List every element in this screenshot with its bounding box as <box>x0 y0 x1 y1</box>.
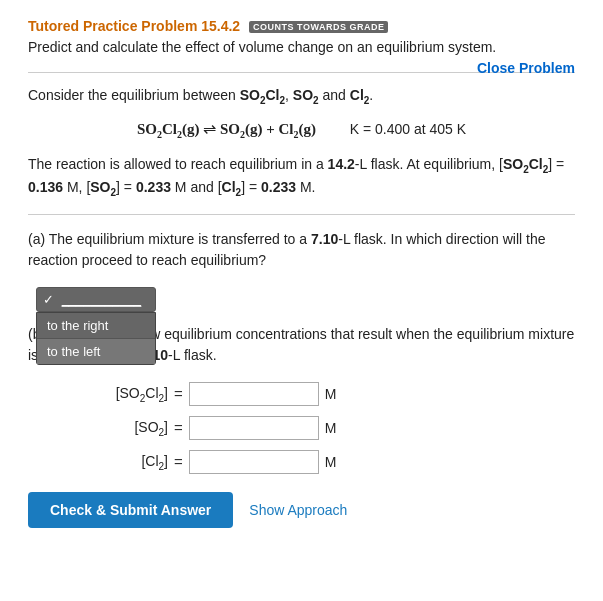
direction-dropdown-wrapper[interactable]: ✓ ___________ to the right to the left <box>36 287 156 312</box>
eq-sign-1: = <box>174 385 183 402</box>
consider-line: Consider the equilibrium between SO2Cl2,… <box>28 87 575 106</box>
title-text: Tutored Practice Problem 15.4.2 <box>28 18 240 34</box>
unit-so2cl2: M <box>325 386 337 402</box>
inputs-section: [SO2Cl2] = M [SO2] = M [Cl2] = M <box>88 382 575 474</box>
close-label: Close Problem <box>477 60 575 76</box>
dropdown-option-left[interactable]: to the left <box>37 339 155 364</box>
input-so2[interactable] <box>189 416 319 440</box>
dropdown-option-right[interactable]: to the right <box>37 313 155 339</box>
eq-sign-3: = <box>174 453 183 470</box>
label-cl2: [Cl2] <box>88 453 168 472</box>
problem-description: Predict and calculate the effect of volu… <box>28 38 575 58</box>
checkmark-icon: ✓ <box>43 292 54 307</box>
problem-equilibrium-text: The reaction is allowed to reach equilib… <box>28 154 575 200</box>
divider-2 <box>28 214 575 215</box>
counts-badge: COUNTS TOWARDS GRADE <box>249 21 388 33</box>
unit-so2: M <box>325 420 337 436</box>
check-label: Check & Submit Answer <box>50 502 211 518</box>
close-problem-link[interactable]: Close Problem <box>477 60 575 76</box>
unit-cl2: M <box>325 454 337 470</box>
main-container: Tutored Practice Problem 15.4.2 COUNTS T… <box>0 0 603 601</box>
problem-title: Tutored Practice Problem 15.4.2 COUNTS T… <box>28 18 575 34</box>
part-a-text: (a) The equilibrium mixture is transferr… <box>28 229 575 271</box>
direction-dropdown-menu: to the right to the left <box>36 312 156 365</box>
label-so2cl2: [SO2Cl2] <box>88 385 168 404</box>
show-approach-button[interactable]: Show Approach <box>249 502 347 518</box>
input-so2cl2[interactable] <box>189 382 319 406</box>
input-row-cl2: [Cl2] = M <box>88 450 575 474</box>
direction-dropdown[interactable]: ✓ ___________ <box>36 287 156 312</box>
input-cl2[interactable] <box>189 450 319 474</box>
equation-line: SO2Cl2(g) ⇌ SO2(g) + Cl2(g) K = 0.400 at… <box>28 119 575 140</box>
approach-label: Show Approach <box>249 502 347 518</box>
input-row-so2: [SO2] = M <box>88 416 575 440</box>
check-submit-button[interactable]: Check & Submit Answer <box>28 492 233 528</box>
input-row-so2cl2: [SO2Cl2] = M <box>88 382 575 406</box>
label-so2: [SO2] <box>88 419 168 438</box>
buttons-row: Check & Submit Answer Show Approach <box>28 492 575 528</box>
dropdown-underline-line: ___________ <box>62 292 142 307</box>
eq-sign-2: = <box>174 419 183 436</box>
